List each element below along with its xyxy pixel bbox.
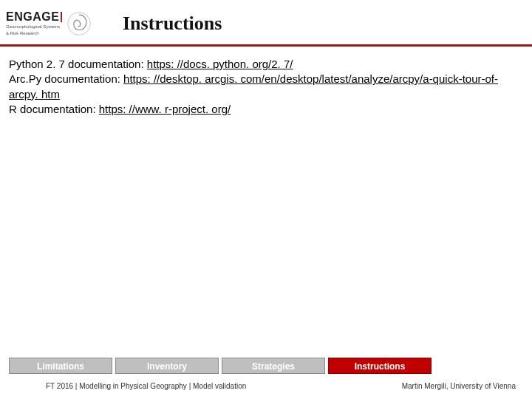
footer-bar: FT 2016 | Modelling in Physical Geograph… [0,377,532,399]
doc-line-r: R documentation: https: //www. r-project… [9,102,523,117]
tabs-row: Limitations Inventory Strategies Instruc… [0,358,532,374]
page-title: Instructions [123,13,222,35]
engage-subtitle-2: & Risk Research [6,31,62,36]
content-area: Python 2. 7 documentation: https: //docs… [0,47,532,127]
svg-point-0 [68,13,91,35]
logo-group: ENGAGE Geomorphological Systems & Risk R… [6,11,117,36]
doc-label-r: R documentation: [9,103,99,115]
footer-right: Martin Mergili, University of Vienna [402,382,516,390]
engage-wordmark: ENGAGE [6,11,62,23]
doc-label-arcpy: Arc.Py documentation: [9,72,123,85]
footer-left: FT 2016 | Modelling in Physical Geograph… [46,382,246,390]
doc-link-python[interactable]: https: //docs. python. org/2. 7/ [147,58,293,70]
doc-link-r[interactable]: https: //www. r-project. org/ [99,103,231,115]
engage-logo: ENGAGE Geomorphological Systems & Risk R… [6,11,62,35]
swirl-icon [66,11,92,36]
engage-subtitle-1: Geomorphological Systems [6,24,62,30]
tab-inventory[interactable]: Inventory [115,358,219,374]
tab-limitations[interactable]: Limitations [9,358,112,374]
doc-line-python: Python 2. 7 documentation: https: //docs… [9,57,523,72]
header-bar: ENGAGE Geomorphological Systems & Risk R… [0,0,532,44]
tab-instructions[interactable]: Instructions [328,358,432,374]
doc-label-python: Python 2. 7 documentation: [9,58,147,70]
engage-text: ENGAGE [6,11,59,23]
engage-accent-bar [61,12,62,22]
doc-line-arcpy: Arc.Py documentation: https: //desktop. … [9,72,523,102]
tab-strategies[interactable]: Strategies [222,358,325,374]
